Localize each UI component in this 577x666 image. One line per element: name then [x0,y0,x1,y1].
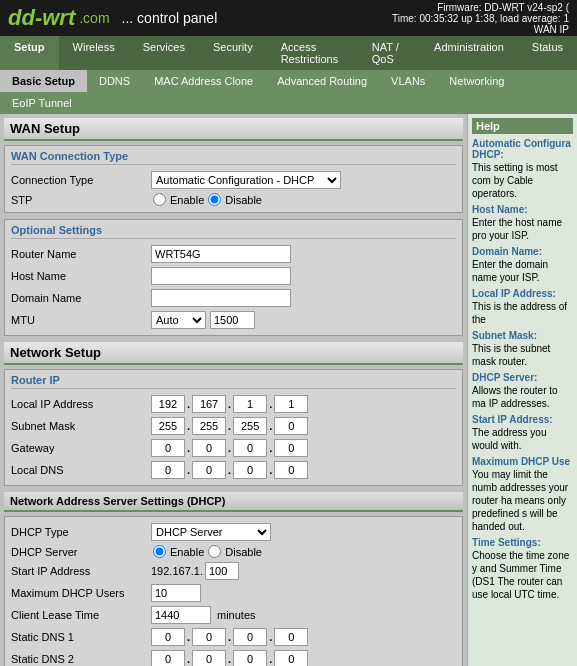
help-title: Help [472,118,573,134]
subnet-dot-1: . [187,420,190,432]
router-ip-title: Router IP [11,374,456,389]
subnet-1[interactable] [151,417,185,435]
nav-setup[interactable]: Setup [0,36,59,70]
help-item-1: Host Name: Enter the host name pro your … [472,204,573,242]
sdns1-2[interactable] [192,628,226,646]
nav-services[interactable]: Services [129,36,199,70]
nav-wireless[interactable]: Wireless [59,36,129,70]
wan-connection-type-title: WAN Connection Type [11,150,456,165]
subnet-dot-2: . [228,420,231,432]
firmware-text: Firmware: DD-WRT v24-sp2 ( [392,2,569,13]
help-item-3-text: This is the address of the [472,300,573,326]
router-name-row: Router Name [11,243,456,265]
sdns1-4[interactable] [274,628,308,646]
sdns2-4[interactable] [274,650,308,666]
dns-4[interactable] [274,461,308,479]
static-dns1-label: Static DNS 1 [11,631,151,643]
nav-security[interactable]: Security [199,36,267,70]
host-name-label: Host Name [11,270,151,282]
dhcp-disable-radio[interactable] [208,545,221,558]
gw-1[interactable] [151,439,185,457]
dhcp-section-header: Network Address Server Settings (DHCP) [4,492,463,512]
domain-name-input[interactable] [151,289,291,307]
dns-2[interactable] [192,461,226,479]
stp-disable-label: Disable [225,194,262,206]
help-item-5-title: DHCP Server: [472,372,573,383]
tab-ddns[interactable]: DDNS [87,70,142,92]
static-dns1-row: Static DNS 1 . . . [11,626,456,648]
mtu-select[interactable]: Auto [151,311,206,329]
subnet-4[interactable] [274,417,308,435]
router-name-value [151,245,291,263]
host-name-value [151,267,291,285]
help-item-4-title: Subnet Mask: [472,330,573,341]
nav-access-restrictions[interactable]: Access Restrictions [267,36,358,70]
nav-nat-qos[interactable]: NAT / QoS [358,36,420,70]
local-ip-2[interactable] [192,395,226,413]
local-ip-label: Local IP Address [11,398,151,410]
domain-name-label: Domain Name [11,292,151,304]
tab-advanced-routing[interactable]: Advanced Routing [265,70,379,92]
help-item-6-text: The address you would with. [472,426,573,452]
host-name-row: Host Name [11,265,456,287]
lease-time-input[interactable] [151,606,211,624]
control-panel-text: ... control panel [122,10,218,26]
stp-label: STP [11,194,151,206]
help-item-8: Time Settings: Choose the time zone y an… [472,537,573,601]
dhcp-enable-radio[interactable] [153,545,166,558]
nav-status[interactable]: Status [518,36,577,70]
gw-4[interactable] [274,439,308,457]
connection-type-value: Automatic Configuration - DHCP [151,171,341,189]
sdns1-3[interactable] [233,628,267,646]
tab-networking[interactable]: Networking [437,70,516,92]
gw-2[interactable] [192,439,226,457]
sdns1-1[interactable] [151,628,185,646]
start-ip-last-input[interactable] [205,562,239,580]
stp-disable-radio[interactable] [208,193,221,206]
nav-administration[interactable]: Administration [420,36,518,70]
wan-connection-type-section: WAN Connection Type Connection Type Auto… [4,145,463,213]
optional-settings-title: Optional Settings [11,224,456,239]
help-item-3-title: Local IP Address: [472,288,573,299]
start-ip-value: 192.167.1. [151,562,239,580]
static-dns2-label: Static DNS 2 [11,653,151,665]
domain-name-row: Domain Name [11,287,456,309]
local-ip-4[interactable] [274,395,308,413]
dhcp-type-select[interactable]: DHCP Server [151,523,271,541]
tab-eoip-tunnel[interactable]: EoIP Tunnel [0,92,84,114]
mtu-input[interactable] [210,311,255,329]
dhcp-section: DHCP Type DHCP Server DHCP Server Enable… [4,516,463,666]
lease-time-row: Client Lease Time minutes [11,604,456,626]
sdns2-2[interactable] [192,650,226,666]
wan-setup-header: WAN Setup [4,118,463,141]
dns-1[interactable] [151,461,185,479]
stp-enable-label: Enable [170,194,204,206]
router-name-input[interactable] [151,245,291,263]
sdns2-1[interactable] [151,650,185,666]
tab-basic-setup[interactable]: Basic Setup [0,70,87,92]
tab-mac-address-clone[interactable]: MAC Address Clone [142,70,265,92]
max-dhcp-input[interactable] [151,584,201,602]
help-item-6: Start IP Address: The address you would … [472,414,573,452]
subnet-2[interactable] [192,417,226,435]
help-item-0-title: Automatic Configura DHCP: [472,138,573,160]
help-item-2: Domain Name: Enter the domain name your … [472,246,573,284]
dhcp-enable-label: Enable [170,546,204,558]
connection-type-select[interactable]: Automatic Configuration - DHCP [151,171,341,189]
dhcp-type-label: DHCP Type [11,526,151,538]
stp-enable-radio[interactable] [153,193,166,206]
local-dns-row: Local DNS . . . [11,459,456,481]
host-name-input[interactable] [151,267,291,285]
stp-value: Enable Disable [151,193,262,206]
local-ip-3[interactable] [233,395,267,413]
dhcp-type-value: DHCP Server [151,523,271,541]
help-item-7-text: You may limit the numb addresses your ro… [472,468,573,533]
tab-vlans[interactable]: VLANs [379,70,437,92]
local-ip-1[interactable] [151,395,185,413]
help-item-8-title: Time Settings: [472,537,573,548]
gw-3[interactable] [233,439,267,457]
dns-3[interactable] [233,461,267,479]
ip-dot-2: . [228,398,231,410]
subnet-3[interactable] [233,417,267,435]
sdns2-3[interactable] [233,650,267,666]
